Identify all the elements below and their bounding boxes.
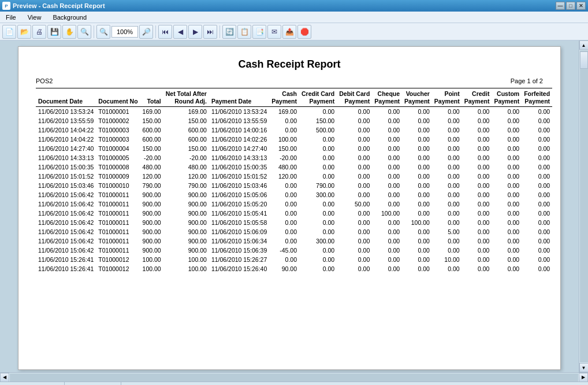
table-cell: 0.00 (269, 227, 299, 236)
table-row: 11/06/2010 14:27:40T01000004150.00150.00… (36, 144, 552, 153)
col-total: Total (140, 88, 163, 107)
table-cell: 11/06/2010 15:03:46 (36, 181, 96, 190)
main-area: Cash Receipt Report POS2 Page 1 of 2 Doc… (0, 40, 588, 372)
app-icon: P (2, 2, 10, 10)
status-zoom: Zoom Factor: 100% (121, 382, 187, 385)
hand-tool[interactable]: ✋ (62, 25, 76, 39)
table-cell: T01000011 (96, 199, 140, 209)
scroll-down-button[interactable]: ▼ (579, 363, 589, 372)
menu-file[interactable]: File (2, 13, 20, 22)
menu-view[interactable]: View (24, 13, 45, 22)
table-cell: -20.00 (140, 153, 163, 162)
table-cell: 0.00 (462, 255, 492, 264)
table-cell: 100.00 (372, 209, 402, 218)
copy-button[interactable]: 📋 (237, 25, 251, 39)
table-cell: 11/06/2010 15:01:52 (36, 172, 96, 181)
close-button[interactable]: ✕ (576, 2, 586, 10)
table-cell: 0.00 (269, 116, 299, 125)
stop-button[interactable]: 🛑 (297, 25, 311, 39)
table-cell: 0.00 (372, 125, 402, 135)
prev-page-button[interactable]: ◀ (173, 25, 187, 39)
zoom-input[interactable]: 100% (111, 26, 138, 38)
share-button[interactable]: 📤 (282, 25, 296, 39)
minimize-button[interactable]: — (556, 2, 565, 10)
table-cell: 790.00 (299, 181, 337, 190)
table-cell: T01000011 (96, 218, 140, 227)
table-cell: 0.00 (432, 236, 462, 246)
table-cell: 0.00 (402, 246, 432, 255)
table-cell: 11/06/2010 15:05:06 (209, 190, 269, 199)
table-cell: 0.00 (337, 190, 372, 199)
table-cell: 0.00 (299, 209, 337, 218)
table-cell: T01000010 (96, 181, 140, 190)
print-button[interactable]: 🖨 (32, 25, 46, 39)
table-cell: 300.00 (299, 190, 337, 199)
table-cell: T01000005 (96, 153, 140, 162)
table-cell: 0.00 (402, 181, 432, 190)
email-button[interactable]: ✉ (267, 25, 281, 39)
table-cell: 0.00 (432, 190, 462, 199)
table-cell: 0.00 (337, 255, 372, 264)
col-custom: CustomPayment (492, 88, 522, 107)
zoom-out-button[interactable]: 🔍 (96, 25, 110, 39)
table-cell: 900.00 (140, 209, 163, 218)
table-cell: 0.00 (402, 236, 432, 246)
export-button[interactable]: 💾 (47, 25, 61, 39)
table-row: 11/06/2010 13:55:59T01000002150.00150.00… (36, 116, 552, 125)
table-cell: 0.00 (492, 181, 522, 190)
vertical-scrollbar[interactable]: ▲ ▼ (579, 40, 588, 372)
table-cell: 0.00 (432, 172, 462, 181)
table-cell: 11/06/2010 15:26:41 (36, 264, 96, 273)
table-cell: 0.00 (402, 162, 432, 172)
toolbar: 📄 📂 🖨 💾 ✋ 🔍 🔍 100% 🔎 ⏮ ◀ ▶ ⏭ 🔄 📋 📑 ✉ 📤 🛑 (0, 23, 588, 40)
table-cell: 0.00 (269, 255, 299, 264)
table-cell: 600.00 (163, 125, 209, 135)
table-cell: 0.00 (522, 162, 552, 172)
table-cell: 11/06/2010 13:55:59 (209, 116, 269, 125)
first-page-button[interactable]: ⏮ (158, 25, 172, 39)
table-cell: -20.00 (163, 153, 209, 162)
table-cell: 90.00 (269, 264, 299, 273)
table-cell: 0.00 (269, 209, 299, 218)
scroll-up-button[interactable]: ▲ (579, 40, 589, 50)
refresh-button[interactable]: 🔄 (222, 25, 236, 39)
table-cell: 0.00 (492, 125, 522, 135)
table-cell: 790.00 (140, 181, 163, 190)
next-page-button[interactable]: ▶ (188, 25, 202, 39)
scroll-right-button[interactable]: ▶ (579, 373, 588, 382)
table-cell: 0.00 (462, 209, 492, 218)
table-cell: 0.00 (372, 264, 402, 273)
scroll-left-button[interactable]: ◀ (0, 373, 9, 382)
window-controls[interactable]: — □ ✕ (556, 2, 586, 10)
table-cell: 0.00 (337, 153, 372, 162)
table-cell: T01000011 (96, 190, 140, 199)
report-pos: POS2 (36, 77, 53, 84)
search-button[interactable]: 🔍 (77, 25, 91, 39)
separator-2 (155, 25, 156, 38)
table-cell: 11/06/2010 15:26:41 (36, 255, 96, 264)
zoom-in-button[interactable]: 🔎 (139, 25, 153, 39)
scroll-thumb-v[interactable] (580, 51, 588, 69)
table-row: 11/06/2010 15:06:42T01000011900.00900.00… (36, 246, 552, 255)
scroll-track-v[interactable] (580, 50, 588, 362)
table-cell: 150.00 (140, 144, 163, 153)
page-setup-button[interactable]: 📑 (252, 25, 266, 39)
table-cell: 0.00 (432, 218, 462, 227)
table-row: 11/06/2010 15:03:46T01000010790.00790.00… (36, 181, 552, 190)
maximize-button[interactable]: □ (566, 2, 575, 10)
table-cell: 0.00 (372, 107, 402, 117)
table-cell: 0.00 (522, 199, 552, 209)
new-button[interactable]: 📄 (2, 25, 16, 39)
table-cell: 0.00 (432, 181, 462, 190)
table-cell: 0.00 (462, 246, 492, 255)
table-cell: 11/06/2010 15:26:27 (209, 255, 269, 264)
horizontal-scrollbar[interactable]: ◀ ▶ (0, 372, 588, 382)
last-page-button[interactable]: ⏭ (203, 25, 217, 39)
report-scroll[interactable]: Cash Receipt Report POS2 Page 1 of 2 Doc… (0, 40, 579, 372)
table-cell: 0.00 (299, 153, 337, 162)
menu-background[interactable]: Background (49, 13, 90, 22)
table-cell: 11/06/2010 15:00:35 (209, 162, 269, 172)
open-button[interactable]: 📂 (17, 25, 31, 39)
table-cell: 10.00 (432, 255, 462, 264)
scroll-track-h[interactable] (10, 373, 578, 382)
